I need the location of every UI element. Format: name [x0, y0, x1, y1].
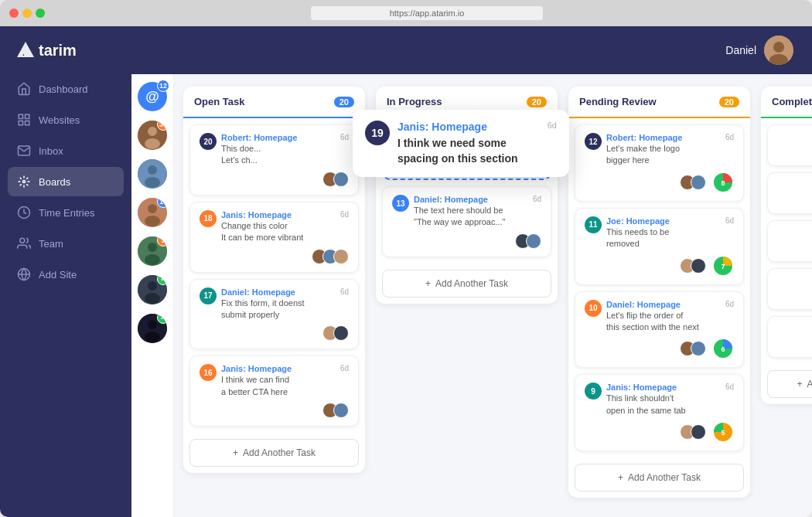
column-count-review: 20 — [719, 97, 739, 107]
close-dot[interactable] — [9, 9, 19, 18]
task-header: 16 Janis: Homepage I think we can finda … — [200, 364, 349, 398]
svg-rect-5 — [26, 121, 29, 125]
task-card[interactable]: 10 Daniel: Homepage Let's flip the order… — [575, 291, 744, 369]
browser-toolbar: https://app.atarim.io — [0, 0, 812, 26]
add-task-button-open[interactable]: + Add Another Task — [189, 439, 359, 467]
task-card[interactable]: 4 — [767, 316, 812, 358]
add-task-button-review[interactable]: + Add Another Task — [575, 464, 744, 491]
task-footer — [200, 249, 349, 264]
sidebar-item-time-entries[interactable]: Time Entries — [8, 198, 124, 227]
url-bar[interactable]: https://app.atarim.io — [311, 6, 543, 20]
svg-point-8 — [20, 238, 25, 243]
board-area: @ 12 35 18 3 — [131, 74, 812, 517]
task-card[interactable]: 16 Janis: Homepage I think we can finda … — [189, 355, 359, 427]
logo: . tarim — [0, 26, 131, 74]
top-header: Daniel — [131, 26, 812, 74]
tooltip-title: Janis: Homepage — [397, 121, 540, 133]
plus-icon: + — [797, 379, 803, 389]
column-in-progress: In Progress 20 19 Janis: Homepage — [376, 87, 558, 304]
mini-avatars — [322, 325, 349, 341]
filter-avatar-5[interactable]: ✓ — [138, 275, 167, 304]
svg-point-15 — [145, 138, 160, 149]
task-time: 6d — [340, 287, 349, 296]
task-author: Janis: Homepage — [606, 383, 721, 392]
task-card[interactable]: 8 — [767, 124, 812, 166]
wordpress-icon — [17, 267, 31, 281]
mini-avatar — [691, 175, 706, 190]
column-title-review: Pending Review — [579, 96, 657, 107]
user-avatar[interactable] — [764, 36, 793, 65]
column-body-complete: 8 7 — [761, 118, 812, 364]
team-icon — [17, 236, 31, 250]
task-header: 11 Joe: Homepage This needs to beremoved… — [585, 216, 734, 250]
plus-icon: + — [618, 472, 623, 483]
add-task-button-complete[interactable]: + Add Another Task — [767, 370, 812, 398]
column-title-progress: In Progress — [387, 96, 442, 107]
task-card[interactable]: 11 Joe: Homepage This needs to beremoved… — [575, 208, 744, 285]
task-header: 10 Daniel: Homepage Let's flip the order… — [585, 300, 734, 334]
column-pending-review: Pending Review 20 12 Robert: Homepage — [568, 87, 750, 498]
task-meta: Robert: Homepage Let's make the logobigg… — [602, 133, 725, 167]
column-body-review: 12 Robert: Homepage Let's make the logob… — [568, 118, 750, 457]
add-task-button-progress[interactable]: + Add Another Task — [382, 270, 551, 298]
sidebar-item-inbox[interactable]: Inbox — [8, 136, 124, 165]
mini-avatars — [515, 233, 541, 249]
task-meta: Daniel: Homepage Fix this form, it doens… — [217, 287, 340, 321]
sidebar-item-websites[interactable]: Websites — [8, 105, 124, 134]
user-section: Daniel — [725, 36, 793, 65]
filter-avatar-4[interactable]: 3 — [138, 236, 167, 266]
task-meta: Daniel: Homepage Let's flip the order of… — [602, 300, 725, 334]
pie-chart: 6 — [712, 338, 734, 359]
svg-point-6 — [23, 181, 26, 183]
filter-avatar-at[interactable]: @ 12 — [138, 82, 167, 111]
add-task-label: Add Another Task — [435, 278, 508, 289]
task-time: 6d — [340, 364, 349, 372]
main-content: Daniel @ 12 — [131, 26, 812, 517]
sidebar-item-label: Boards — [39, 176, 70, 188]
home-icon — [17, 82, 31, 96]
maximize-dot[interactable] — [36, 9, 45, 18]
sidebar-item-dashboard[interactable]: Dashboard — [8, 74, 124, 104]
svg-point-11 — [773, 42, 784, 53]
mini-avatar — [333, 249, 349, 264]
pie-chart: 8 — [712, 172, 734, 193]
svg-text:6: 6 — [721, 345, 725, 353]
svg-point-26 — [148, 281, 157, 291]
sidebar-item-boards[interactable]: Boards — [8, 167, 124, 196]
sidebar-item-label: Inbox — [39, 145, 63, 157]
task-desc: This link shouldn'topen in the same tab — [606, 393, 721, 417]
task-card[interactable]: 7 — [767, 172, 812, 214]
sidebar-item-label: Team — [39, 238, 63, 250]
svg-marker-0 — [17, 42, 34, 57]
minimize-dot[interactable] — [22, 9, 32, 18]
avatar-img-2 — [138, 159, 167, 189]
task-card[interactable]: 6 — [767, 220, 812, 262]
svg-point-14 — [148, 127, 157, 136]
mini-avatar — [691, 258, 706, 274]
mini-avatar — [691, 424, 706, 440]
task-author: Daniel: Homepage — [414, 195, 528, 204]
task-num: 10 — [585, 300, 602, 317]
column-title-open: Open Task — [194, 96, 245, 107]
sidebar-item-add-site[interactable]: Add Site — [8, 260, 124, 289]
filter-avatar-2[interactable] — [138, 159, 167, 189]
svg-point-29 — [148, 320, 157, 329]
sidebar-item-label: Websites — [39, 114, 80, 126]
task-card[interactable]: 5 — [767, 268, 812, 310]
sidebar-item-label: Time Entries — [39, 207, 94, 219]
sidebar-item-team[interactable]: Team — [8, 229, 124, 258]
column-count-progress: 20 — [527, 97, 547, 107]
task-card[interactable]: 20 Robert: Homepage This doe...Let's ch.… — [189, 124, 359, 196]
task-footer: 5 — [585, 421, 734, 443]
svg-text:.: . — [22, 49, 25, 57]
filter-avatar-1[interactable]: 35 — [138, 121, 167, 150]
filter-avatar-6[interactable]: ✓ — [138, 314, 167, 343]
task-card[interactable]: 12 Robert: Homepage Let's make the logob… — [575, 124, 744, 202]
task-card[interactable]: 18 Janis: Homepage Change this colorIt c… — [189, 202, 359, 273]
task-num: 9 — [585, 383, 602, 400]
filter-avatar-3[interactable]: 18 — [138, 198, 167, 227]
task-num: 17 — [200, 287, 217, 304]
task-card[interactable]: 17 Daniel: Homepage Fix this form, it do… — [189, 279, 359, 350]
task-card[interactable]: 9 Janis: Homepage This link shouldn'tope… — [575, 374, 744, 451]
task-card[interactable]: 13 Daniel: Homepage The text here should… — [382, 186, 551, 257]
